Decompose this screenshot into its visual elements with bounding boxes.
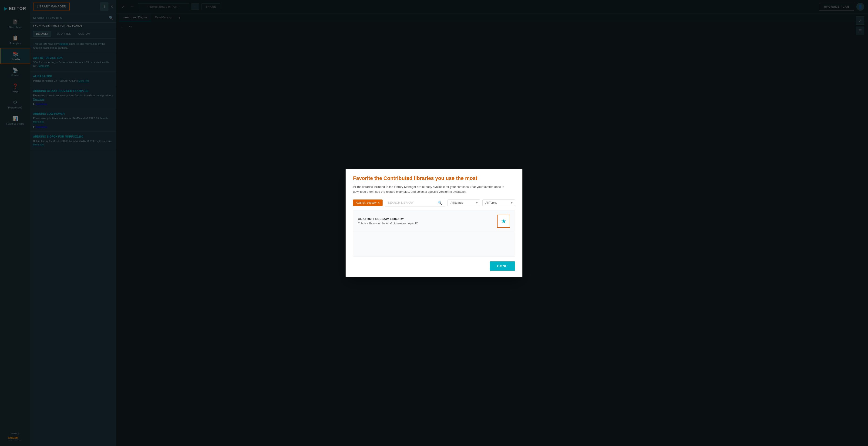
modal-title: Favorite the Contributed libraries you u… xyxy=(353,175,515,181)
remove-filter-button[interactable]: × xyxy=(378,201,380,205)
modal-overlay: Favorite the Contributed libraries you u… xyxy=(0,0,868,446)
modal-filters: Adafruit_seesaw × 🔍 All boards Arduino U… xyxy=(346,199,522,206)
star-icon: ★ xyxy=(501,218,506,225)
modal-library-list: ADAFRUIT SEESAW LIBRARY This is a librar… xyxy=(353,210,515,257)
all-topics-select-wrap: All Topics Communication Data Storage Di… xyxy=(483,200,515,206)
favorite-libraries-modal: Favorite the Contributed libraries you u… xyxy=(346,169,522,277)
modal-list-item: ADAFRUIT SEESAW LIBRARY This is a librar… xyxy=(353,210,515,232)
modal-search-wrap: 🔍 xyxy=(385,199,445,206)
filter-tag-label: Adafruit_seesaw xyxy=(356,201,376,204)
modal-lib-info: ADAFRUIT SEESAW LIBRARY This is a librar… xyxy=(358,217,493,225)
done-button[interactable]: DONE xyxy=(490,261,515,271)
all-boards-select[interactable]: All boards Arduino Uno Arduino Mega Ardu… xyxy=(447,200,480,206)
search-icon: 🔍 xyxy=(437,201,442,205)
star-favorite-button[interactable]: ★ xyxy=(497,215,510,228)
modal-lib-desc: This is a library for the Adafruit seesa… xyxy=(358,222,493,225)
modal-header: Favorite the Contributed libraries you u… xyxy=(346,169,522,195)
all-boards-select-wrap: All boards Arduino Uno Arduino Mega Ardu… xyxy=(447,200,480,206)
modal-search-input[interactable] xyxy=(388,201,436,204)
active-filter-tag: Adafruit_seesaw × xyxy=(353,200,382,206)
modal-subtitle: All the libraries included in the Librar… xyxy=(353,185,515,195)
modal-footer: DONE xyxy=(346,257,522,277)
all-topics-select[interactable]: All Topics Communication Data Storage Di… xyxy=(483,200,515,206)
modal-lib-name: ADAFRUIT SEESAW LIBRARY xyxy=(358,217,493,221)
